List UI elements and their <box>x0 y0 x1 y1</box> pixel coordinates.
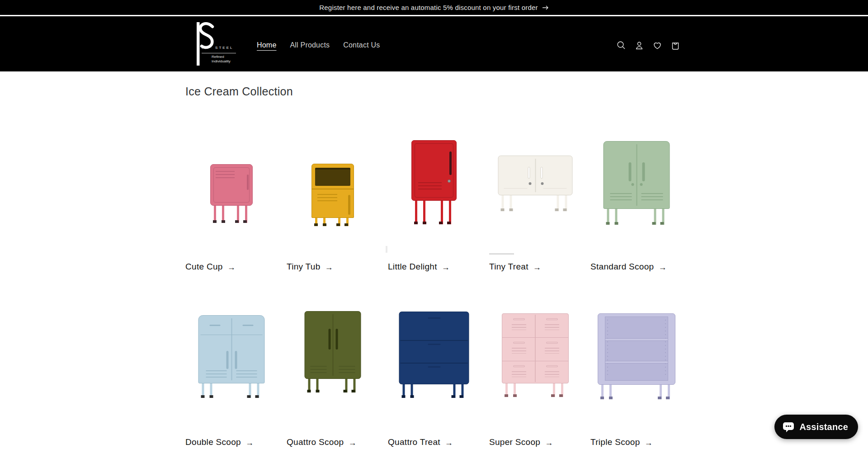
arrow-icon: → <box>533 261 541 273</box>
logo-rule <box>202 53 236 53</box>
announcement-text: Register here and receive an automatic 5… <box>319 4 538 11</box>
search-icon <box>616 40 627 51</box>
product-card-little-delight: Little Delight → <box>388 111 480 273</box>
logo-brand-text: IN · STEEL <box>202 46 233 50</box>
product-card-triple-scoop: Triple Scoop → <box>590 286 683 448</box>
product-card-tiny-tub: Tiny Tub → <box>287 111 379 273</box>
cabinet-illustration <box>498 156 573 211</box>
product-link-tiny-tub[interactable]: Tiny Tub → <box>287 261 333 273</box>
arrow-right-icon <box>542 5 549 10</box>
product-link-cute-cup[interactable]: Cute Cup → <box>185 261 236 273</box>
arrow-icon: → <box>545 437 553 449</box>
product-link-super-scoop[interactable]: Super Scoop → <box>489 436 553 448</box>
product-image-tiny-tub[interactable] <box>287 111 379 251</box>
chat-assistance-button[interactable]: Assistance <box>774 415 858 439</box>
cabinet-illustration <box>604 141 670 225</box>
arrow-icon: → <box>325 261 333 273</box>
cabinet-illustration <box>311 164 354 226</box>
collection-title: Ice Cream Collection <box>185 85 683 98</box>
chat-bubble-icon <box>783 421 794 433</box>
product-card-quattro-scoop: Quattro Scoop → <box>287 286 379 448</box>
product-grid: Cute Cup → Tiny Tub → <box>185 111 683 448</box>
logo-link[interactable]: IN · STEEL Refined Individuality <box>185 22 236 66</box>
arrow-icon: → <box>245 437 254 449</box>
search-button[interactable] <box>612 36 630 56</box>
chat-label: Assistance <box>799 422 848 432</box>
cabinet-illustration <box>598 313 675 399</box>
cart-bag-icon <box>670 40 681 51</box>
cabinet-illustration <box>399 312 469 398</box>
arrow-icon: → <box>348 437 356 449</box>
product-image-triple-scoop[interactable] <box>590 286 683 426</box>
product-image-standard-scoop[interactable] <box>590 111 683 251</box>
nav-item-all-products[interactable]: All Products <box>289 37 330 54</box>
arrow-icon: → <box>645 437 653 449</box>
nav-item-home[interactable]: Home <box>256 37 277 54</box>
product-link-double-scoop[interactable]: Double Scoop → <box>185 436 254 448</box>
product-image-double-scoop[interactable] <box>185 286 278 426</box>
cabinet-illustration <box>502 313 569 397</box>
product-image-little-delight[interactable] <box>388 111 480 251</box>
product-link-triple-scoop[interactable]: Triple Scoop → <box>590 436 653 448</box>
arrow-icon: → <box>658 261 666 273</box>
announcement-bar: Register here and receive an automatic 5… <box>0 0 868 15</box>
product-card-cute-cup: Cute Cup → <box>185 111 278 273</box>
arrow-icon: → <box>227 261 236 273</box>
arrow-icon: → <box>442 261 450 273</box>
product-image-super-scoop[interactable] <box>489 286 581 426</box>
product-image-tiny-treat[interactable] <box>489 111 581 251</box>
product-link-quattro-scoop[interactable]: Quattro Scoop → <box>287 436 357 448</box>
site-header: IN · STEEL Refined Individuality Home Al… <box>0 16 868 71</box>
product-card-super-scoop: Super Scoop → <box>489 286 581 448</box>
product-link-little-delight[interactable]: Little Delight → <box>388 261 450 273</box>
arrow-icon: → <box>445 437 453 449</box>
product-card-quattro-treat: Quattro Treat → <box>388 286 480 448</box>
product-link-standard-scoop[interactable]: Standard Scoop → <box>590 261 667 273</box>
photo-artifact <box>386 246 387 253</box>
header-icons <box>612 36 684 56</box>
photo-shadow-line <box>489 253 514 255</box>
product-card-double-scoop: Double Scoop → <box>185 286 278 448</box>
account-icon <box>634 40 645 51</box>
product-image-cute-cup[interactable] <box>185 111 278 251</box>
announcement-link[interactable]: Register here and receive an automatic 5… <box>319 4 548 11</box>
main-nav: Home All Products Contact Us <box>256 37 381 54</box>
account-button[interactable] <box>630 36 648 56</box>
product-card-tiny-treat: Tiny Treat → <box>489 111 581 273</box>
cabinet-illustration <box>411 140 457 224</box>
product-link-tiny-treat[interactable]: Tiny Treat → <box>489 261 541 273</box>
cabinet-illustration <box>305 311 361 392</box>
product-image-quattro-scoop[interactable] <box>287 286 379 426</box>
product-link-quattro-treat[interactable]: Quattro Treat → <box>388 436 453 448</box>
product-card-standard-scoop: Standard Scoop → <box>590 111 683 273</box>
main-content: Ice Cream Collection Cute Cup → <box>0 71 868 448</box>
nav-item-contact-us[interactable]: Contact Us <box>342 37 381 54</box>
wishlist-heart-icon <box>652 40 663 51</box>
product-image-quattro-treat[interactable] <box>388 286 480 426</box>
cart-button[interactable] <box>666 36 684 56</box>
logo-tagline: Refined Individuality <box>212 55 231 64</box>
wishlist-button[interactable] <box>648 36 666 56</box>
cabinet-illustration <box>210 164 253 223</box>
cabinet-illustration <box>198 315 265 398</box>
